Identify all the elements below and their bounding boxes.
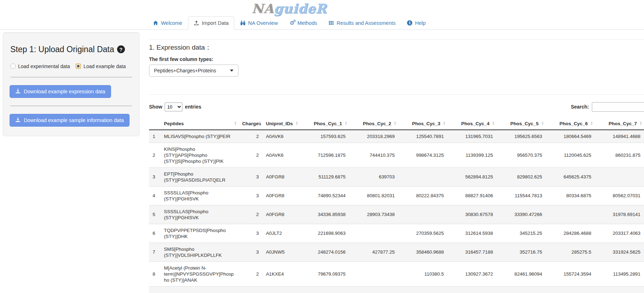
tab-help[interactable]: iHelp [401,16,431,30]
table-row[interactable]: 3EPT[Phospho (STY)]PSIASDISLPIATQELR3A0F… [149,167,644,186]
data-cell: 30830.67578 [447,205,497,224]
tab-welcome[interactable]: Welcome [147,16,188,30]
table-row[interactable]: 6TQDPVPPETPSDS[Phospho (STY)]DHK3A0JLT22… [149,224,644,243]
col-header-phos_cyc_3[interactable]: Phos_Cyc_3▲▼ [398,118,447,130]
data-cell [398,286,447,293]
data-cell: 284286.4688 [546,224,595,243]
data-cell: 316457.7188 [447,243,497,261]
data-cell [349,286,398,293]
tab-import-data[interactable]: Import Data [188,16,235,30]
data-cell: 427877.25 [349,243,398,261]
data-cell [160,286,238,293]
col-header-phos_cyc_4[interactable]: Phos_Cyc_4▲▼ [447,118,497,130]
nav-tabs: WelcomeImport DataNA Overview⚙⚙MethodsRe… [0,16,578,29]
table-icon [329,20,334,26]
data-cell: 2 [238,205,262,224]
sort-icon: ▲▼ [393,121,396,126]
data-cell: 131965.7031 [447,130,497,143]
row-number-cell: 7 [149,243,160,261]
download-sample-info-button[interactable]: Download example sample information data [10,114,130,127]
data-cell: 110380.5 [398,261,447,286]
search-label: Search: [571,104,589,110]
data-cell [447,286,497,293]
search-input[interactable] [592,102,644,112]
tab-label: Results and Assessments [337,20,396,26]
download-expression-data-button[interactable]: Download example expression data [10,85,111,98]
col-header-label: Phos_Cyc_1 [314,121,342,126]
data-source-radio-group: Load experimental dataLoad example data [10,63,133,69]
table-row[interactable]: 5SSSSLLAS[Phospho (STY)]PGHISVK2A0FGR834… [149,205,644,224]
entries-select[interactable]: 10 [165,103,182,111]
data-cell: 645625.4375 [546,167,595,186]
data-cell: 157593.625 [300,130,349,143]
col-header-phos_cyc_2[interactable]: Phos_Cyc_2▲▼ [349,118,398,130]
data-cell: KINS[Phospho (STY)]APS[Phospho (STY)]S[P… [160,143,238,167]
download-sample-info-label: Download example sample information data [24,117,124,123]
row-number-cell: 6 [149,224,160,243]
data-cell [546,286,595,293]
divider [10,106,132,106]
divider [149,94,644,95]
table-length-control: Show 10 entries [149,103,201,111]
col-header-label: Peptides [164,121,184,126]
data-cell: 113495.2891 [595,261,644,286]
data-cell: 2 [238,130,262,143]
data-cell: 248274.0156 [300,243,349,261]
table-row[interactable]: 2KINS[Phospho (STY)]APS[Phospho (STY)]S[… [149,143,644,167]
help-question-icon[interactable]: ? [117,45,125,53]
radio-load-experimental-data[interactable]: Load experimental data [10,63,70,69]
row-number-cell: 5 [149,205,160,224]
data-cell: A0AVK6 [262,143,300,167]
col-header-label: Phos_Cyc_2 [363,121,391,126]
radio-load-example-data[interactable]: Load example data [76,63,126,69]
table-row[interactable]: 4SSSSLLAS[Phospho (STY)]PGHISVK3A0FGR874… [149,186,644,205]
table-row[interactable]: 7SMS[Phospho (STY)]VDLSHIPLKDPLLFK3A0JNW… [149,243,644,261]
data-cell: 31978.69141 [595,205,644,224]
data-cell: 203317.4063 [595,224,644,243]
sort-icon: ▲▼ [258,121,260,126]
column-types-dropdown[interactable]: Peptides+Charges+Proteins [149,65,238,77]
data-cell: 2 [238,143,262,167]
tab-label: Import Data [202,20,229,26]
data-cell: TQDPVPPETPSDS[Phospho (STY)]DHK [160,224,238,243]
data-cell [300,286,349,293]
col-header-charges[interactable]: Charges▲▼ [238,118,262,130]
col-header-uniprot_ids[interactable]: Uniprot_IDs▲▼ [262,118,300,130]
data-cell [496,286,546,293]
panel-title: Step 1: Upload Original Data ? [10,45,133,54]
data-cell: 33390.47266 [496,205,546,224]
data-cell: 352716.75 [496,243,546,261]
data-cell: 358460.9688 [398,243,447,261]
data-cell: 3 [238,167,262,186]
col-header-phos_cyc_5[interactable]: Phos_Cyc_5▲▼ [496,118,546,130]
data-cell [398,167,447,186]
row-number-cell: 4 [149,186,160,205]
col-header-label: Phos_Cyc_4 [461,121,490,126]
tab-methods[interactable]: ⚙⚙Methods [284,16,323,30]
row-number-cell: 1 [149,130,160,143]
data-cell: 148941.4688 [595,130,644,143]
table-row[interactable]: 1MLISAVS[Phospho (STY)]PEIR2A0AVK6157593… [149,130,644,143]
data-cell [238,286,262,293]
col-header-peptides[interactable]: Peptides▲▼ [160,118,238,130]
col-header-phos_cyc_1[interactable]: Phos_Cyc_1▲▼ [300,118,349,130]
col-header-phos_cyc_6[interactable]: Phos_Cyc_6▲▼ [546,118,595,130]
data-cell: EPT[Phospho (STY)]PSIASDISLPIATQELR [160,167,238,186]
data-cell: 3 [238,243,262,261]
data-cell: A0FGR8 [262,186,300,205]
table-row[interactable] [149,286,644,293]
table-row[interactable]: 8M[Acetyl (Protein N-term)]NPVYSPGSSGVPY… [149,261,644,286]
data-cell: 79679.09375 [300,261,349,286]
tab-results-and-assessments[interactable]: Results and Assessments [323,16,401,30]
download-icon [15,117,21,123]
data-cell: 345215.25 [496,224,546,243]
data-cell: 3 [238,224,262,243]
radio-label: Load experimental data [18,63,70,69]
radio-unchecked-icon [10,63,16,69]
table-search-control: Search: [571,102,644,112]
tab-na-overview[interactable]: NA Overview [234,16,284,30]
sort-icon: ▲▼ [590,121,593,126]
column-types-label: The first few column types: [149,56,644,62]
col-header-phos_cyc_7[interactable]: Phos_Cyc_7▲▼ [595,118,644,130]
data-cell: 125540.7891 [398,130,447,143]
